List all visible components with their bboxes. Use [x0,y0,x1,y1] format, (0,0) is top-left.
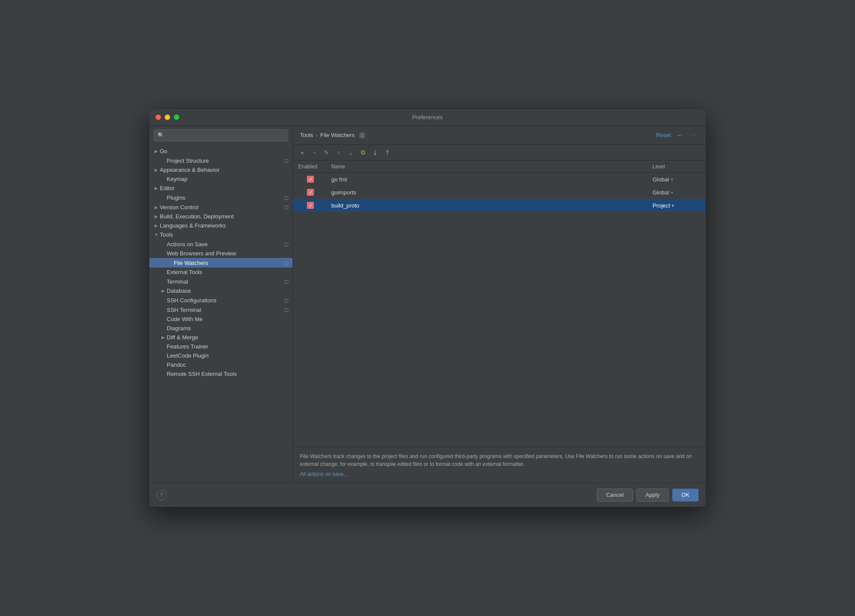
sidebar-item-label: Project Structure [167,157,283,164]
sidebar-item-label: Plugins [167,194,283,201]
sidebar-item-leetcode-plugin[interactable]: ▶ LeetCode Plugin [149,351,293,360]
sidebar-item-ssh-configurations[interactable]: ▶ SSH Configurations ◻ [149,295,293,305]
sidebar-item-label: Code With Me [167,316,293,322]
description-text: File Watchers track changes to the proje… [300,452,699,468]
sidebar-item-languages-frameworks[interactable]: ▶ Languages & Frameworks [149,221,293,230]
sidebar-tree: ▶ Go ▶ Project Structure ◻ ▶ Appearance … [149,145,293,482]
settings-icon: ◻ [283,157,290,164]
cell-name: build_proto [328,202,649,209]
table-row[interactable]: ✓ goimports Global ▾ [293,186,706,199]
close-button[interactable] [155,114,161,120]
settings-icon: ◻ [283,241,290,248]
sidebar-item-label: Tools [160,231,293,238]
chevron-icon: ▶ [160,335,167,340]
cell-enabled: ✓ [293,202,328,209]
sidebar-item-diff-merge[interactable]: ▶ Diff & Merge [149,333,293,342]
sidebar-item-file-watchers[interactable]: ▶ File Watchers ◻ [149,258,293,268]
chevron-icon: ▶ [160,288,167,293]
cell-level: Global ▾ [649,189,706,196]
sidebar-item-keymap[interactable]: ▶ Keymap [149,174,293,184]
level-value: Global [653,176,669,183]
cell-level: Global ▾ [649,176,706,183]
settings-icon: ◻ [283,278,290,285]
chevron-icon: ▶ [153,205,160,210]
chevron-icon: ▶ [153,223,160,228]
arrow-up-icon: ↑ [337,149,340,156]
sidebar-item-appearance-behavior[interactable]: ▶ Appearance & Behavior [149,165,293,174]
checkbox-enabled[interactable]: ✓ [307,202,314,209]
minimize-button[interactable] [165,114,170,120]
dropdown-chevron-icon: ▾ [672,203,674,208]
sidebar-item-version-control[interactable]: ▶ Version Control ◻ [149,202,293,212]
move-up-button[interactable]: ↑ [333,147,344,158]
sidebar-item-build-execution-deployment[interactable]: ▶ Build, Execution, Deployment [149,212,293,221]
checkbox-enabled[interactable]: ✓ [307,176,314,183]
remove-button[interactable]: − [309,147,320,158]
help-icon: ? [160,492,163,498]
maximize-button[interactable] [174,114,179,120]
sidebar-item-ssh-terminal[interactable]: ▶ SSH Terminal ◻ [149,305,293,315]
sidebar-item-label: Appearance & Behavior [160,167,293,173]
sidebar-item-label: Diagrams [167,325,293,331]
sidebar-item-tools[interactable]: ▼ Tools [149,230,293,239]
sidebar-item-project-structure[interactable]: ▶ Project Structure ◻ [149,156,293,165]
sidebar-item-label: Keymap [167,176,293,182]
titlebar: Preferences [149,109,706,126]
sidebar-item-plugins[interactable]: ▶ Plugins ◻ [149,193,293,202]
sidebar-item-pandoc[interactable]: ▶ Pandoc [149,360,293,369]
sidebar-item-diagrams[interactable]: ▶ Diagrams [149,324,293,333]
edit-button[interactable]: ✎ [321,147,332,158]
copy-icon: ⧉ [361,149,365,156]
settings-icon: ◻ [283,259,290,266]
sidebar-item-features-trainer[interactable]: ▶ Features Trainer [149,342,293,351]
sidebar-item-database[interactable]: ▶ Database [149,286,293,295]
table-row[interactable]: ✓ go fmt Global ▾ [293,173,706,186]
add-icon: + [300,149,304,156]
sidebar-item-label: Database [167,288,293,294]
edit-icon: ✎ [324,149,329,156]
copy-button[interactable]: ⧉ [357,147,369,158]
sidebar-item-label: Languages & Frameworks [160,222,293,229]
reset-button[interactable]: Reset [656,132,671,138]
sidebar-item-web-browsers-preview[interactable]: ▶ Web Browsers and Preview [149,249,293,258]
breadcrumb-parent: Tools [300,132,313,138]
table-body: ✓ go fmt Global ▾ ✓ goimports [293,173,706,447]
checkbox-enabled[interactable]: ✓ [307,189,314,196]
panel-header: Tools › File Watchers ◻ Reset ← → [293,126,706,145]
sidebar-item-label: File Watchers [174,260,283,266]
level-value: Project [653,202,670,209]
search-input[interactable] [167,132,284,139]
breadcrumb-current: File Watchers [320,132,355,138]
remove-icon: − [313,149,316,156]
sidebar-item-label: Version Control [160,204,283,211]
sidebar-item-code-with-me[interactable]: ▶ Code With Me [149,315,293,324]
sidebar-item-remote-ssh-external-tools[interactable]: ▶ Remote SSH External Tools [149,369,293,378]
dropdown-chevron-icon: ▾ [671,190,673,195]
sidebar-item-go[interactable]: ▶ Go [149,147,293,156]
apply-button[interactable]: Apply [636,489,669,502]
sidebar-item-actions-on-save[interactable]: ▶ Actions on Save ◻ [149,239,293,249]
toolbar: + − ✎ ↑ ↓ ⧉ ⤓ [293,145,706,161]
all-actions-link[interactable]: All actions on save... [300,471,348,477]
search-box[interactable]: 🔍 [154,129,288,141]
chevron-icon: ▶ [153,149,160,154]
chevron-icon: ▶ [153,214,160,219]
add-button[interactable]: + [296,147,308,158]
ok-button[interactable]: OK [672,489,699,502]
level-value: Global [653,189,669,196]
chevron-icon: ▶ [153,167,160,172]
back-button[interactable]: ← [674,131,685,140]
move-down-button[interactable]: ↓ [345,147,357,158]
preferences-window: Preferences 🔍 ▶ Go ▶ Project Structure ◻ [149,109,706,507]
export-button[interactable]: ⤒ [382,147,393,158]
sidebar-item-editor[interactable]: ▶ Editor [149,184,293,193]
import-button[interactable]: ⤓ [370,147,381,158]
cancel-button[interactable]: Cancel [597,489,633,502]
forward-button[interactable]: → [688,131,699,140]
sidebar-item-external-tools[interactable]: ▶ External Tools [149,268,293,277]
help-button[interactable]: ? [156,490,167,500]
sidebar-item-label: Diff & Merge [167,334,293,341]
window-title: Preferences [412,114,443,121]
sidebar-item-terminal[interactable]: ▶ Terminal ◻ [149,277,293,286]
table-row[interactable]: ✓ build_proto Project ▾ [293,199,706,212]
